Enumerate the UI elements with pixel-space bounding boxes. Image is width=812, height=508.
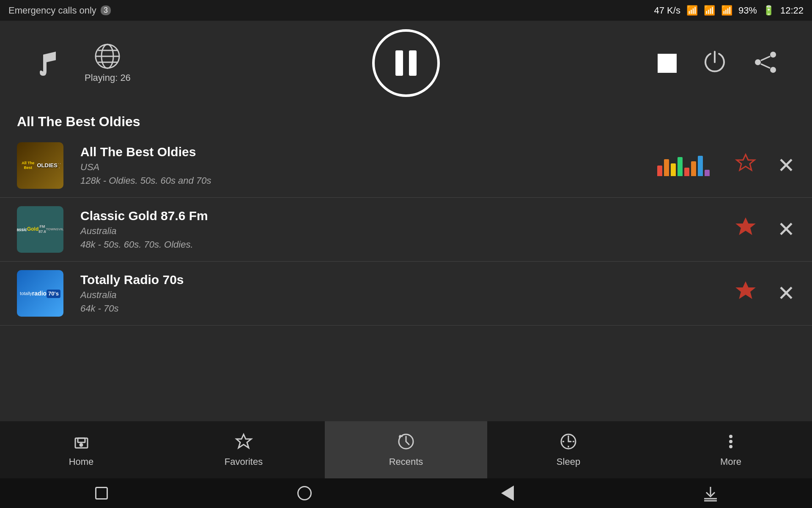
remove-button[interactable]: ✕: [777, 217, 795, 242]
svg-point-26: [729, 445, 732, 448]
player-bar: Playing: 26: [0, 21, 812, 105]
station-country: Australia: [80, 290, 735, 301]
notification-badge: 3: [101, 6, 111, 15]
recents-icon: [397, 432, 416, 453]
more-label: More: [720, 456, 741, 467]
playing-label: Playing: 26: [85, 72, 131, 83]
bluetooth-icon: 📶: [686, 5, 698, 16]
remove-button[interactable]: ✕: [777, 281, 795, 306]
svg-point-8: [770, 67, 776, 73]
station-country: Australia: [80, 226, 735, 237]
station-item[interactable]: All The Best OLDIES · · · All The Best O…: [0, 134, 812, 198]
svg-point-25: [729, 440, 732, 443]
download-nav-button[interactable]: [699, 482, 722, 505]
svg-marker-17: [236, 434, 251, 448]
recents-label: Recents: [389, 456, 423, 467]
svg-line-10: [761, 64, 770, 68]
station-desc: 128k - Oldies. 50s. 60s and 70s: [80, 175, 657, 186]
status-bar: Emergency calls only 3 47 K/s 📶 📶 📶 93% …: [0, 0, 812, 21]
station-desc: 64k - 70s: [80, 303, 735, 314]
station-name: All The Best Oldies: [80, 145, 657, 159]
emergency-text: Emergency calls only: [8, 5, 96, 16]
battery-level: 93%: [738, 5, 757, 16]
power-button[interactable]: [702, 50, 727, 77]
station-list: All The Best OLDIES · · · All The Best O…: [0, 134, 812, 326]
svg-point-24: [729, 435, 732, 438]
remove-button[interactable]: ✕: [777, 153, 795, 178]
station-desc: 48k - 50s. 60s. 70s. Oldies.: [80, 239, 735, 250]
more-icon: [721, 432, 741, 453]
pause-button[interactable]: [372, 29, 440, 97]
back-nav-button[interactable]: [496, 482, 519, 505]
stop-button[interactable]: [658, 54, 677, 73]
home-nav-button[interactable]: [293, 482, 316, 505]
svg-point-16: [80, 444, 82, 446]
favorites-label: Favorites: [225, 456, 263, 467]
svg-rect-15: [78, 438, 85, 442]
player-center: [372, 29, 440, 97]
recents-nav-button[interactable]: [90, 482, 113, 505]
nav-sleep[interactable]: Sleep: [487, 421, 650, 478]
station-logo: totally radio 70's: [17, 270, 63, 317]
svg-point-7: [755, 59, 761, 65]
svg-line-9: [761, 56, 770, 61]
favorite-button[interactable]: [735, 152, 756, 179]
music-note-icon: [34, 48, 59, 78]
player-left: Playing: 26: [34, 43, 131, 83]
station-info: Classic Gold 87.6 Fm Australia 48k - 50s…: [80, 209, 735, 250]
time-display: 12:22: [780, 5, 804, 16]
speed-indicator: 47 K/s: [654, 5, 680, 16]
pause-icon: [395, 50, 417, 76]
signal-icon: 📶: [704, 5, 715, 16]
svg-point-6: [770, 52, 776, 58]
battery-icon: 🔋: [763, 5, 774, 16]
home-icon: [72, 432, 91, 453]
favorite-button[interactable]: [735, 216, 756, 243]
station-item[interactable]: totally radio 70's Totally Radio 70s Aus…: [0, 262, 812, 326]
sleep-icon: [559, 432, 578, 453]
svg-marker-13: [737, 282, 754, 298]
android-nav-bar: [0, 478, 812, 508]
station-logo: All The Best OLDIES · · ·: [17, 142, 63, 189]
station-country: USA: [80, 162, 657, 173]
status-bar-right: 47 K/s 📶 📶 📶 93% 🔋 12:22: [654, 5, 804, 16]
player-right: [658, 50, 778, 77]
station-item[interactable]: Classic Gold FM 87.6 TOWNSVILLE Classic …: [0, 198, 812, 262]
section-title: All The Best Oldies: [0, 105, 812, 134]
globe-container: Playing: 26: [85, 43, 131, 83]
bottom-nav: Home Favorites Recents: [0, 421, 812, 478]
station-info: All The Best Oldies USA 128k - Oldies. 5…: [80, 145, 657, 186]
station-name: Totally Radio 70s: [80, 273, 735, 287]
share-button[interactable]: [753, 50, 778, 77]
station-info: Totally Radio 70s Australia 64k - 70s: [80, 273, 735, 314]
home-label: Home: [69, 456, 94, 467]
station-name: Classic Gold 87.6 Fm: [80, 209, 735, 223]
svg-marker-12: [737, 218, 754, 234]
sleep-label: Sleep: [557, 456, 580, 467]
audio-visualizer: [657, 155, 710, 176]
svg-marker-11: [737, 155, 754, 170]
nav-recents[interactable]: Recents: [325, 421, 487, 478]
wifi-icon: 📶: [721, 5, 732, 16]
favorite-button[interactable]: [735, 280, 756, 306]
nav-more[interactable]: More: [650, 421, 812, 478]
status-bar-left: Emergency calls only 3: [8, 5, 111, 16]
favorites-icon: [234, 432, 253, 453]
station-logo: Classic Gold FM 87.6 TOWNSVILLE: [17, 206, 63, 253]
nav-home[interactable]: Home: [0, 421, 162, 478]
nav-favorites[interactable]: Favorites: [162, 421, 325, 478]
